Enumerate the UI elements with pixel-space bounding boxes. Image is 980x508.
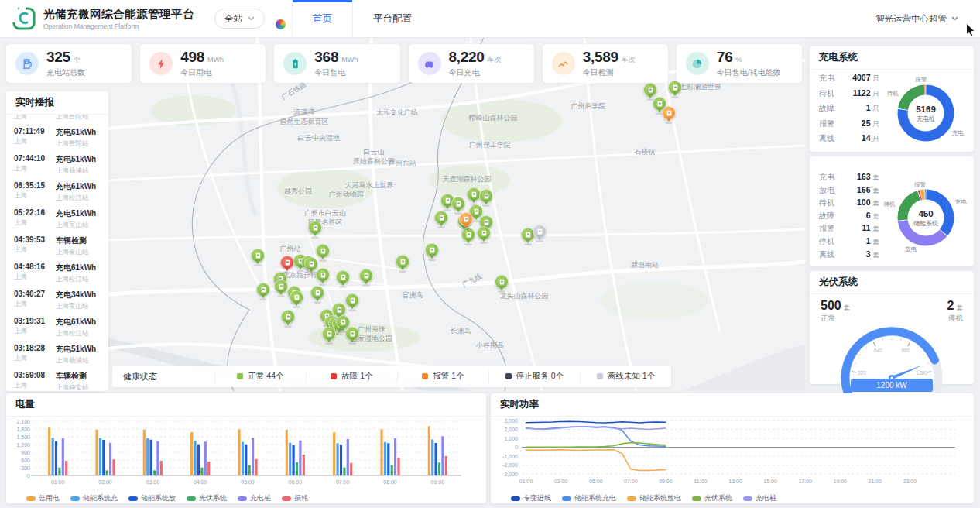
kpi-label: 今日售电 [314, 67, 358, 78]
legend-item[interactable]: 储能系统放 [128, 493, 176, 503]
tab-config[interactable]: 平台配置 [353, 0, 432, 37]
charging-system-card: 充电系统 充电4007只待机1122只故障1只报警25只离线14只 5169充电… [810, 46, 974, 152]
legend-label: 总用电 [39, 493, 60, 503]
svg-text:1,200: 1,200 [16, 442, 30, 448]
kpi-label: 今日检测 [583, 67, 636, 78]
site-selector-value: 全站 [224, 13, 242, 25]
map-marker-normal[interactable] [479, 189, 493, 203]
map-marker-normal[interactable] [251, 249, 265, 263]
svg-text:0: 0 [515, 444, 518, 450]
broadcast-event-col: 充电34kWh上海宝山站 [56, 290, 96, 311]
kpi-body: 76%今日售电/耗电能效 [717, 49, 781, 78]
stat-value: 1122只 [853, 88, 879, 99]
kpi-value-row: 368MWh [314, 49, 358, 66]
map-marker-normal[interactable] [304, 257, 318, 271]
map-marker-normal[interactable] [451, 197, 465, 211]
legend-item[interactable]: 光伏系统 [692, 493, 732, 503]
map-canvas[interactable]: 广石铁路流溪湾 自然生态保育区白云中央湿地太和文化广场白云山 原始森林公园大河马… [0, 37, 805, 391]
svg-text:23:00: 23:00 [903, 479, 917, 484]
map-marker-fault[interactable] [280, 256, 294, 269]
svg-text:-1,000: -1,000 [502, 454, 518, 459]
stat-row: 报警25只 [819, 118, 879, 134]
map-marker-normal[interactable] [396, 255, 409, 269]
map-marker-normal[interactable] [345, 327, 359, 341]
map-marker-normal[interactable] [281, 310, 295, 324]
map-marker-normal[interactable] [256, 283, 270, 297]
map-marker-normal[interactable] [643, 83, 657, 97]
svg-text:05:00: 05:00 [589, 479, 603, 484]
pv-stopped-unit: 套 [957, 304, 964, 311]
header: 光储充微网综合能源管理平台 Operation Management Platf… [0, 0, 980, 38]
broadcast-city: 上海 [14, 164, 56, 173]
broadcast-time: 03:59:08 [14, 371, 56, 379]
stat-row: 故障1只 [819, 103, 879, 118]
legend-item[interactable]: 总用电 [26, 493, 60, 503]
map-marker-normal[interactable] [316, 268, 330, 282]
svg-text:05:00: 05:00 [241, 479, 255, 485]
map-marker-normal[interactable] [336, 315, 350, 329]
broadcast-item: 04:48:16上海充电61kWh上海松江站 [6, 257, 108, 284]
app-title: 光储充微网综合能源管理平台 [43, 7, 194, 22]
health-label: 停止服务 0个 [516, 371, 564, 382]
map-marker-normal[interactable] [310, 286, 324, 300]
stat-value: 163套 [857, 172, 879, 183]
map-marker-alarm[interactable] [459, 212, 473, 226]
broadcast-station: 上海宝山站 [56, 221, 96, 230]
legend-item[interactable]: 储能系统放电 [627, 493, 681, 503]
broadcast-event: 充电61kWh [56, 181, 96, 192]
map-marker-alarm[interactable] [662, 106, 676, 120]
stat-label: 报警 [819, 223, 834, 234]
kpi-value: 498 [180, 49, 204, 66]
legend-item[interactable]: 损耗 [282, 493, 308, 503]
stat-row: 待机1122只 [819, 88, 879, 104]
map-marker-normal[interactable] [274, 280, 288, 293]
stat-row: 离线3套 [819, 249, 879, 263]
legend-item[interactable]: 专变进线 [511, 493, 551, 503]
svg-text:960: 960 [901, 348, 910, 353]
map-marker-normal[interactable] [290, 290, 303, 304]
map-marker-normal[interactable] [359, 269, 373, 283]
legend-item[interactable]: 充电桩 [743, 493, 776, 503]
map-marker-normal[interactable] [477, 226, 491, 240]
legend-label: 损耗 [294, 493, 308, 503]
kpi-card-5: 76%今日售电/耗电能效 [677, 44, 802, 83]
broadcast-city: 上海 [14, 381, 56, 390]
status-dot [331, 373, 337, 379]
map-marker-normal[interactable] [434, 211, 448, 225]
user-menu[interactable]: 智光运营中心超管 [875, 13, 958, 25]
legend-item[interactable]: 充电桩 [238, 493, 271, 503]
map-marker-normal[interactable] [316, 244, 330, 258]
svg-text:03:00: 03:00 [554, 479, 568, 484]
map-marker-normal[interactable] [322, 327, 336, 341]
pv-power-badge: 1200 kW [851, 379, 933, 392]
map-marker-normal[interactable] [495, 275, 509, 289]
kpi-value-row: 8,220车次 [449, 49, 502, 66]
tab-home[interactable]: 首页 [292, 0, 353, 37]
legend-swatch [128, 496, 138, 501]
legend-label: 储能系统放电 [639, 493, 681, 503]
stat-value: 14只 [862, 133, 879, 144]
legend-swatch [187, 496, 196, 501]
broadcast-time-col: 07:44:10上海 [14, 154, 56, 176]
stat-value: 166套 [857, 185, 879, 196]
map-marker-normal[interactable] [425, 243, 439, 257]
svg-text:充电枪: 充电枪 [917, 115, 935, 122]
map-marker-normal[interactable] [345, 293, 359, 307]
broadcast-time-col: 03:59:08上海 [14, 371, 56, 390]
broadcast-time: 07:11:49 [14, 127, 56, 136]
map-marker-offline[interactable] [533, 225, 547, 239]
svg-text:2,000: 2,000 [504, 427, 518, 432]
map-marker-normal[interactable] [308, 221, 322, 235]
legend-item[interactable]: 储能系统充电 [562, 493, 616, 503]
svg-text:报警: 报警 [915, 76, 928, 83]
broadcast-item: 03:59:08上海车辆检测上海静安站 [6, 366, 108, 390]
legend-item[interactable]: 储能系统充 [70, 493, 118, 503]
map-marker-normal[interactable] [336, 270, 350, 284]
legend-item[interactable]: 光伏系统 [187, 493, 227, 503]
stat-row: 放电166套 [819, 185, 879, 198]
broadcast-event: 充电51kWh [56, 344, 96, 355]
broadcast-time: 04:39:53 [14, 235, 56, 244]
broadcast-event-col: 充电51kWh上海杨浦站 [56, 344, 96, 366]
health-item-3: 停止服务 0个 [488, 370, 580, 383]
site-selector[interactable]: 全站 [214, 9, 265, 29]
